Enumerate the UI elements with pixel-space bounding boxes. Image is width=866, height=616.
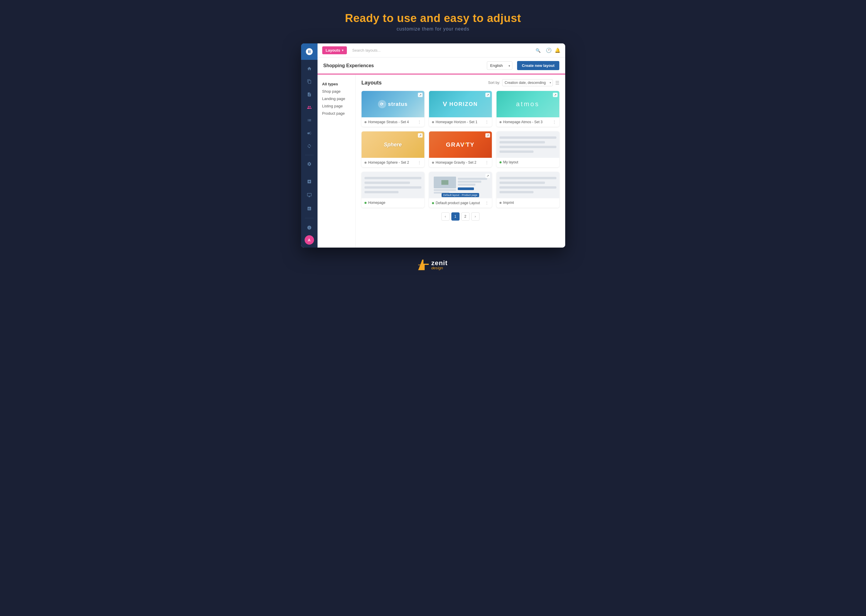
sidebar-item-settings[interactable] [304,158,315,170]
sidebar-item-megaphone[interactable] [304,127,315,139]
language-selector-wrapper: English German French [487,61,512,70]
card-menu-atmos[interactable]: ⋮ [552,120,556,124]
layouts-button[interactable]: Layouts [322,46,347,54]
card-menu-product[interactable]: ⋮ [485,201,489,205]
card-name-atmos: Homepage Atmos - Set 3 [503,120,551,124]
card-footer-horizon: Homepage Horizon - Set 1 ⋮ [429,117,492,127]
status-dot-gravity [432,162,434,164]
card-thumb-atmos[interactable]: atmos ↗ [496,91,559,117]
gravity-dot [464,143,466,144]
card-thumb-horizon[interactable]: V HORIZON ↗ [429,91,492,117]
card-footer-imprint: Imprint [496,198,559,207]
stratus-icon: ⟳ [378,100,386,108]
page-subheadline: customize them for your needs [345,27,521,32]
card-thumb-homepage[interactable] [362,172,424,198]
layouts-grid-area: Layouts Sort by: Creation date, descendi… [356,74,565,248]
card-thumb-gravity[interactable]: GRAVTY ↗ [429,131,492,158]
card-imprint: Imprint [496,172,559,208]
blank-line-11 [499,186,556,189]
blank-line-2 [499,141,545,143]
card-name-horizon: Homepage Horizon - Set 1 [436,120,483,124]
card-stratus: ⟳ stratus ↗ Homepage Stratus - Set 4 ⋮ [362,91,424,127]
card-footer-atmos: Homepage Atmos - Set 3 ⋮ [496,117,559,127]
filter-all-types[interactable]: All types [322,80,351,88]
zenit-logo-icon [418,259,429,270]
filter-landing-page[interactable]: Landing page [322,95,351,102]
avatar[interactable]: A [305,235,314,245]
footer-brand: zenit design [418,259,447,270]
card-thumb-sphere[interactable]: Sphere ↗ [362,131,424,158]
card-menu-stratus[interactable]: ⋮ [417,120,421,124]
zenit-logo-mark [418,259,429,270]
stratus-brand: ⟳ stratus [378,100,408,108]
card-thumb-imprint[interactable] [496,172,559,198]
card-menu-gravity[interactable]: ⋮ [485,160,489,165]
logo-icon [305,47,313,56]
sidebar-item-info[interactable] [304,222,315,234]
clock-icon[interactable]: 🕐 [546,47,552,53]
app-window: A Layouts 🔍 🕐 🔔 Shopping Experiences Eng… [301,43,565,248]
blank-line-9 [499,177,556,179]
layouts-area: All types Shop page Landing page Listing… [318,74,565,248]
filter-listing-page[interactable]: Listing page [322,102,351,110]
template-badge: Default layout - Product page [441,193,479,197]
sort-wrapper: Creation date, descending Creation date,… [502,79,553,86]
blank-line-1 [499,137,556,139]
filter-product-page[interactable]: Product page [322,110,351,117]
card-name-stratus: Homepage Stratus - Set 4 [368,120,416,124]
blank-line-3 [499,146,556,148]
page-header: Ready to use and easy to adjust customiz… [345,12,521,32]
sidebar-item-dashboard[interactable] [304,63,315,74]
sidebar-bottom: A [304,173,315,248]
sub-header: Shopping Experiences English German Fren… [318,58,565,74]
card-footer-stratus: Homepage Stratus - Set 4 ⋮ [362,117,424,127]
card-menu-horizon[interactable]: ⋮ [485,120,489,124]
card-name-product: Default product page Layout [436,201,483,205]
card-footer-gravity: Homepage Gravity - Set 2 ⋮ [429,158,492,167]
sidebar-item-copy[interactable] [304,76,315,87]
sidebar-nav [304,60,315,173]
pagination-page-2[interactable]: 2 [461,212,469,221]
main-content: Layouts 🔍 🕐 🔔 Shopping Experiences Engli… [318,43,565,248]
pagination-page-1[interactable]: 1 [451,212,460,221]
blank-line-6 [364,182,410,184]
sidebar-item-sync[interactable] [304,140,315,152]
sidebar-item-plus[interactable] [304,176,315,187]
sidebar-item-list[interactable] [304,115,315,126]
create-layout-button[interactable]: Create new layout [517,61,559,70]
horizon-brand: V HORIZON [443,100,478,108]
card-name-sphere: Homepage Sphere - Set 2 [368,160,416,165]
card-footer-product: Default product page Layout ⋮ [429,198,492,208]
card-footer-my-layout: My layout [496,158,559,167]
card-menu-sphere[interactable]: ⋮ [417,160,421,165]
sphere-badge: ↗ [418,133,423,138]
stratus-text: stratus [388,101,408,107]
view-toggle-icon[interactable]: ☰ [555,80,559,86]
card-name-gravity: Homepage Gravity - Set 2 [436,160,483,165]
card-thumb-stratus[interactable]: ⟳ stratus ↗ [362,91,424,117]
card-thumb-product[interactable]: Default layout - Product page ↗ [429,172,492,198]
card-atmos: atmos ↗ Homepage Atmos - Set 3 ⋮ [496,91,559,127]
card-name-homepage: Homepage [368,201,421,205]
sidebar-logo[interactable] [301,43,318,60]
blank-line-5 [364,177,421,179]
pagination-prev[interactable]: ‹ [441,212,450,221]
card-thumb-my-layout[interactable] [496,131,559,158]
search-input[interactable] [350,46,543,54]
status-dot-imprint [499,202,502,204]
filter-sidebar: All types Shop page Landing page Listing… [318,74,356,248]
pagination-next[interactable]: › [471,212,480,221]
atmos-badge: ↗ [553,93,557,97]
sidebar-item-monitor[interactable] [304,189,315,201]
card-sphere: Sphere ↗ Homepage Sphere - Set 2 ⋮ [362,131,424,167]
sidebar-item-document[interactable] [304,89,315,100]
bell-icon[interactable]: 🔔 [555,47,561,53]
filter-shop-page[interactable]: Shop page [322,88,351,95]
sidebar: A [301,43,318,248]
card-name-imprint: Imprint [503,201,556,205]
topbar: Layouts 🔍 🕐 🔔 [318,43,565,58]
sidebar-item-chart[interactable] [304,203,315,214]
language-select[interactable]: English German French [487,61,512,70]
sidebar-item-users[interactable] [304,102,315,113]
sort-select[interactable]: Creation date, descending Creation date,… [502,79,553,86]
